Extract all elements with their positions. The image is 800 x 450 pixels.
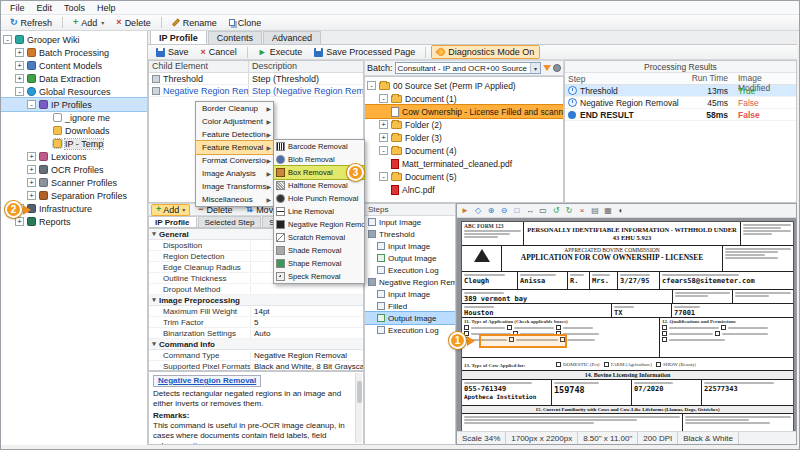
table-row[interactable]: Negative Region Removal Step (Negative R… [149,85,363,97]
submenu-item-scratch-removal[interactable]: Scratch Removal [274,231,364,244]
add-button[interactable]: + Add ▾ [68,17,109,29]
help-title[interactable]: Negative Region Removal [153,375,261,387]
prop-row-maximum-fill-weight[interactable]: Maximum Fill Weight 14pt [149,306,363,317]
fit-width-icon[interactable]: ↔ [524,205,536,217]
column-description[interactable]: Description [249,61,363,72]
tree-node-document-1[interactable]: - Document (1) [365,92,563,105]
tree-node-grooper-wiki[interactable]: - Grooper Wiki [1,33,147,46]
menu-edit[interactable]: Edit [31,1,59,14]
column-run-time[interactable]: Run Time [690,73,732,84]
menu-item-image-transforms[interactable]: Image Transforms▶ [196,180,273,193]
tree-node-pdf[interactable]: Matt_terminated_cleaned.pdf [365,157,563,170]
column-image-modified[interactable]: Image Modified [732,73,796,84]
column-step[interactable]: Step [565,73,690,84]
step-nrr-input[interactable]: Input Image [365,288,455,300]
document-page[interactable]: ABC FORM 123 PERSONALLY IDENTIFIABLE INF… [461,221,794,431]
tree-node-downloads[interactable]: Downloads [1,124,147,137]
step-threshold[interactable]: Threshold [365,228,455,240]
zoom-in-icon[interactable]: ⊕ [485,205,497,217]
dropdown-arrow-icon[interactable]: ▾ [530,63,540,73]
tree-node-scanner-profiles[interactable]: + Scanner Profiles [1,176,147,189]
table-row[interactable]: END RESULT 58ms False [565,109,796,121]
grid-icon[interactable]: ▦ [602,205,614,217]
diagnostics-mode-toggle[interactable]: Diagnostics Mode On [431,45,540,59]
tab-selected-step[interactable]: Selected Step [198,216,262,227]
menu-help[interactable]: Help [91,1,122,14]
menu-item-miscellaneous[interactable]: Miscellaneous▶ [196,193,273,206]
menu-item-format-conversion[interactable]: Format Conversion▶ [196,154,273,167]
invert-icon[interactable]: ◐ [615,205,627,217]
tab-ip-profile-props[interactable]: IP Profile [148,216,197,227]
prop-row-dropout-method[interactable]: Dropout Method [149,284,363,295]
tree-node-batch-processing[interactable]: + Batch Processing [1,46,147,59]
viewer-canvas[interactable]: ABC FORM 123 PERSONALLY IDENTIFIABLE INF… [457,218,796,431]
settings-icon[interactable] [553,64,561,72]
expander-icon[interactable]: - [379,172,388,181]
scrollbar-thumb[interactable] [357,381,362,403]
tree-node-selected-page[interactable]: Cow Ownership - License Filled and scann… [365,105,563,118]
rotate-right-icon[interactable]: ↻ [563,205,575,217]
submenu-item-shade-removal[interactable]: Shade Removal [274,244,364,257]
tree-node-data-extraction[interactable]: + Data Extraction [1,72,147,85]
tree-node-separation-profiles[interactable]: + Separation Profiles [1,189,147,202]
expander-icon[interactable]: - [27,100,36,109]
submenu-item-negative-region-removal[interactable]: Negative Region Removal [274,218,364,231]
expander-icon[interactable]: + [379,120,388,129]
prop-row-command-type[interactable]: Command Type Negative Region Removal [149,350,363,361]
step-threshold-log[interactable]: Execution Log [365,264,455,276]
menu-item-image-analysis[interactable]: Image Analysis▶ [196,167,273,180]
prop-row-trim-factor[interactable]: Trim Factor 5 [149,317,363,328]
step-threshold-output[interactable]: Output Image [365,252,455,264]
submenu-item-halftone-removal[interactable]: Halftone Removal [274,179,364,192]
cancel-button[interactable]: × Cancel [196,46,242,58]
save-button[interactable]: Save [151,46,194,58]
zoom-out-icon[interactable]: ⊖ [498,205,510,217]
submenu-item-line-removal[interactable]: Line Removal [274,205,364,218]
step-nrr-filled[interactable]: Filled [365,300,455,312]
prop-row-supported-pixel-formats[interactable]: Supported Pixel Formats Black and White,… [149,361,363,371]
clone-button[interactable]: Clone [224,17,267,29]
zoom-box-icon[interactable]: □ [511,205,523,217]
table-row[interactable]: Negative Region Removal 45ms False [565,97,796,109]
fit-page-icon[interactable]: ▭ [537,205,549,217]
tree-node-lexicons[interactable]: + Lexicons [1,150,147,163]
category-image-preprocessing[interactable]: ▾ Image Preprocessing [149,295,363,306]
table-row[interactable]: Threshold Step (Threshold) [149,73,363,85]
tree-node-source-set[interactable]: - 00 Source Set (Perm IP Applied) [365,79,563,92]
submenu-item-barcode-removal[interactable]: Barcode Removal [274,140,364,153]
expander-icon[interactable]: + [27,165,36,174]
help-scrollbar[interactable] [355,373,362,443]
table-row[interactable]: Threshold 13ms True [565,85,796,97]
expander-icon[interactable]: + [15,217,24,226]
add-step-button[interactable]: + Add ▾ [151,204,190,216]
tab-contents[interactable]: Contents [208,31,262,44]
expander-icon[interactable]: - [3,35,12,44]
prop-row-binarization-settings[interactable]: Binarization Settings Auto [149,328,363,339]
prop-value[interactable]: Auto [251,329,363,338]
prop-value[interactable]: 5 [251,318,363,327]
rotate-left-icon[interactable]: ↺ [550,205,562,217]
rename-button[interactable]: Rename [167,17,222,29]
expander-icon[interactable]: + [15,61,24,70]
submenu-item-speck-removal[interactable]: Speck Removal [274,270,364,283]
batch-combo[interactable]: Consultant - IP and OCR+00 Source Set (P… [395,62,541,74]
select-icon[interactable]: ► [459,205,471,217]
refresh-button[interactable]: ↻ Refresh [5,17,57,29]
submenu-item-hole-punch-removal[interactable]: Hole Punch Removal [274,192,364,205]
expander-icon[interactable]: + [27,152,36,161]
menu-item-border-cleanup[interactable]: Border Cleanup▶ [196,102,273,115]
pan-icon[interactable]: ◇ [472,205,484,217]
step-negative-region-removal[interactable]: Negative Region Removal [365,276,455,288]
expander-icon[interactable]: - [367,81,376,90]
tree-node-document-4[interactable]: - Document (4) [365,144,563,157]
menu-tools[interactable]: Tools [58,1,91,14]
delete-page-icon[interactable]: × [576,205,588,217]
save-processed-page-button[interactable]: Save Processed Page [309,46,420,58]
tree-node-content-models[interactable]: + Content Models [1,59,147,72]
tree-node-ip-temp[interactable]: IP - Temp [1,137,147,150]
category-command-info[interactable]: ▾ Command Info [149,339,363,350]
tree-node-pdf[interactable]: AlnC.pdf [365,183,563,196]
tree-node-ocr-profiles[interactable]: + OCR Profiles [1,163,147,176]
menu-file[interactable]: File [4,1,31,14]
tree-node-global-resources[interactable]: - Global Resources [1,85,147,98]
